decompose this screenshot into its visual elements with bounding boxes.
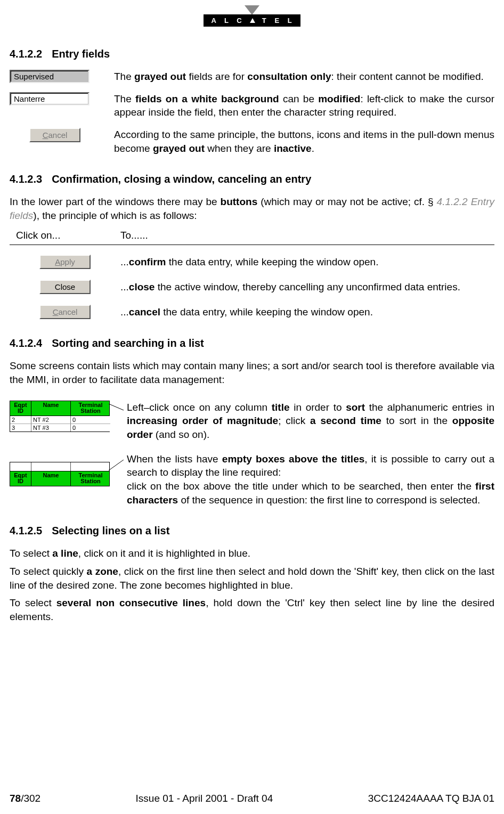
column-terminal-station[interactable]: Terminal Station — [71, 401, 110, 416]
section-number: 4.1.2.3 — [10, 173, 42, 185]
section-4125-heading: 4.1.2.5Selecting lines on a list — [10, 525, 494, 537]
footer-docid: 3CC12424AAAA TQ BJA 01 — [368, 793, 494, 804]
section-title: Confirmation, closing a window, cancelin… — [52, 173, 311, 185]
svg-line-0 — [109, 404, 124, 410]
column-terminal-station[interactable]: Terminal Station — [71, 471, 110, 486]
cancel-button[interactable]: Cancel — [39, 305, 91, 319]
page-footer: 78/302 Issue 01 - April 2001 - Draft 04 … — [10, 793, 494, 804]
column-to: To...... — [120, 230, 494, 241]
column-name[interactable]: Name — [31, 401, 71, 416]
section-number: 4.1.2.5 — [10, 525, 42, 536]
list-header[interactable]: Eqpt ID Name Terminal Station — [10, 471, 110, 486]
column-click-on: Click on... — [16, 230, 120, 241]
table-row[interactable]: 2 NT #2 0 — [10, 416, 109, 424]
search-boxes[interactable] — [10, 462, 110, 471]
page-number: 78/302 — [10, 793, 40, 804]
svg-line-1 — [109, 460, 124, 470]
column-name[interactable]: Name — [31, 471, 71, 486]
section-4124-intro: Some screens contain lists which may con… — [10, 359, 494, 386]
section-4123-heading: 4.1.2.3Confirmation, closing a window, c… — [10, 173, 494, 185]
white-description: The fields on a white background can be … — [114, 92, 494, 119]
apply-button[interactable]: Apply — [39, 255, 91, 269]
section-title: Entry fields — [52, 48, 110, 60]
grayed-description: The grayed out fields are for consultati… — [114, 70, 494, 84]
section-4123-intro: In the lower part of the windows there m… — [10, 195, 494, 222]
select-multi-text: To select several non consecutive lines,… — [10, 596, 494, 623]
white-input-example[interactable]: Nanterre — [10, 92, 90, 105]
list-body: 2 NT #2 0 3 NT #3 0 — [10, 416, 110, 432]
section-number: 4.1.2.2 — [10, 48, 42, 60]
section-number: 4.1.2.4 — [10, 337, 42, 349]
click-table-header: Click on... To...... — [10, 230, 494, 245]
section-title: Selecting lines on a list — [52, 525, 169, 536]
sort-description: Left–click once on any column title in o… — [127, 401, 494, 442]
select-line-text: To select a line, click on it and it is … — [10, 547, 494, 560]
column-eqpt-id[interactable]: Eqpt ID — [10, 471, 31, 486]
footer-issue: Issue 01 - April 2001 - Draft 04 — [136, 793, 273, 804]
table-row[interactable]: 3 NT #3 0 — [10, 424, 109, 432]
section-title: Sorting and searching in a list — [52, 337, 204, 349]
cancel-description: ...cancel the data entry, while keeping … — [120, 306, 494, 318]
section-4122-heading: 4.1.2.2Entry fields — [10, 48, 494, 60]
inactive-description: According to the same principle, the but… — [114, 128, 494, 155]
select-zone-text: To select quickly a zone, click on the f… — [10, 565, 494, 592]
indicator-line-icon — [109, 460, 125, 473]
close-description: ...close the active window, thereby canc… — [120, 281, 494, 293]
apply-description: ...confirm the data entry, while keeping… — [120, 256, 494, 268]
search-description: When the lists have empty boxes above th… — [127, 452, 494, 507]
grayed-input-example: Supervised — [10, 70, 90, 83]
section-4124-heading: 4.1.2.4Sorting and searching in a list — [10, 337, 494, 349]
indicator-line-icon — [109, 404, 125, 414]
close-button[interactable]: Close — [39, 280, 91, 294]
alcatel-logo: A L C T E L — [10, 5, 494, 27]
cancel-button-example: Cancel — [29, 128, 80, 142]
column-eqpt-id[interactable]: Eqpt ID — [10, 401, 31, 416]
list-header[interactable]: Eqpt ID Name Terminal Station — [10, 401, 110, 416]
